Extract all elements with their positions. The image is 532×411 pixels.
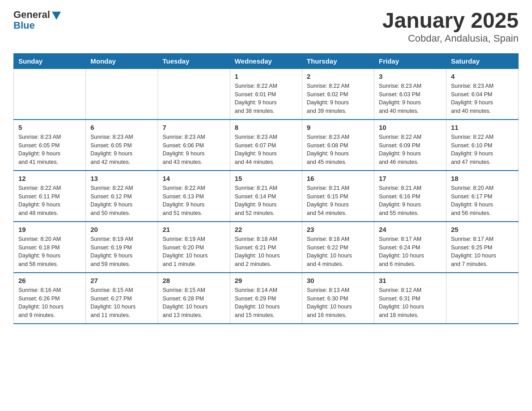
- day-number: 31: [379, 277, 442, 284]
- calendar-cell: [446, 273, 519, 324]
- day-info: Sunrise: 8:22 AM Sunset: 6:10 PM Dayligh…: [451, 133, 514, 167]
- day-info: Sunrise: 8:22 AM Sunset: 6:02 PM Dayligh…: [307, 82, 369, 116]
- week-row-3: 19Sunrise: 8:20 AM Sunset: 6:18 PM Dayli…: [14, 222, 519, 273]
- day-number: 2: [307, 73, 369, 80]
- day-info: Sunrise: 8:21 AM Sunset: 6:16 PM Dayligh…: [379, 184, 442, 218]
- day-number: 15: [235, 175, 297, 182]
- day-number: 22: [235, 226, 297, 233]
- calendar-cell: 11Sunrise: 8:22 AM Sunset: 6:10 PM Dayli…: [446, 120, 519, 171]
- day-info: Sunrise: 8:14 AM Sunset: 6:29 PM Dayligh…: [235, 286, 297, 320]
- day-info: Sunrise: 8:23 AM Sunset: 6:06 PM Dayligh…: [163, 133, 225, 167]
- header-row: SundayMondayTuesdayWednesdayThursdayFrid…: [14, 53, 519, 68]
- day-info: Sunrise: 8:21 AM Sunset: 6:15 PM Dayligh…: [307, 184, 369, 218]
- logo-general-text: General: [13, 9, 50, 21]
- day-number: 14: [163, 175, 225, 182]
- calendar-cell: 20Sunrise: 8:19 AM Sunset: 6:19 PM Dayli…: [86, 222, 158, 273]
- day-info: Sunrise: 8:18 AM Sunset: 6:21 PM Dayligh…: [235, 235, 297, 269]
- header-cell-sunday: Sunday: [14, 53, 86, 68]
- day-info: Sunrise: 8:23 AM Sunset: 6:03 PM Dayligh…: [379, 82, 442, 116]
- day-number: 26: [18, 277, 81, 284]
- calendar-cell: [158, 68, 230, 120]
- day-number: 24: [379, 226, 442, 233]
- title-block: January 2025 Cobdar, Andalusia, Spain: [382, 9, 519, 44]
- header-cell-monday: Monday: [86, 53, 158, 68]
- calendar-cell: 28Sunrise: 8:15 AM Sunset: 6:28 PM Dayli…: [158, 273, 230, 324]
- day-number: 5: [18, 124, 81, 131]
- calendar-cell: 16Sunrise: 8:21 AM Sunset: 6:15 PM Dayli…: [302, 171, 374, 222]
- calendar-cell: 2Sunrise: 8:22 AM Sunset: 6:02 PM Daylig…: [302, 68, 374, 120]
- day-info: Sunrise: 8:22 AM Sunset: 6:12 PM Dayligh…: [90, 184, 153, 218]
- calendar-cell: 15Sunrise: 8:21 AM Sunset: 6:14 PM Dayli…: [230, 171, 302, 222]
- calendar-cell: 13Sunrise: 8:22 AM Sunset: 6:12 PM Dayli…: [86, 171, 158, 222]
- calendar-cell: 24Sunrise: 8:17 AM Sunset: 6:24 PM Dayli…: [374, 222, 446, 273]
- day-info: Sunrise: 8:17 AM Sunset: 6:24 PM Dayligh…: [379, 235, 442, 269]
- calendar-cell: 21Sunrise: 8:19 AM Sunset: 6:20 PM Dayli…: [158, 222, 230, 273]
- header-cell-wednesday: Wednesday: [230, 53, 302, 68]
- calendar-cell: 9Sunrise: 8:23 AM Sunset: 6:08 PM Daylig…: [302, 120, 374, 171]
- day-number: 1: [235, 73, 297, 80]
- day-info: Sunrise: 8:15 AM Sunset: 6:28 PM Dayligh…: [163, 286, 225, 320]
- calendar-cell: 27Sunrise: 8:15 AM Sunset: 6:27 PM Dayli…: [86, 273, 158, 324]
- calendar-cell: [86, 68, 158, 120]
- day-info: Sunrise: 8:22 AM Sunset: 6:13 PM Dayligh…: [163, 184, 225, 218]
- day-number: 6: [90, 124, 153, 131]
- day-number: 9: [307, 124, 369, 131]
- day-info: Sunrise: 8:22 AM Sunset: 6:11 PM Dayligh…: [18, 184, 81, 218]
- day-number: 18: [451, 175, 514, 182]
- week-row-0: 1Sunrise: 8:22 AM Sunset: 6:01 PM Daylig…: [14, 68, 519, 120]
- day-info: Sunrise: 8:19 AM Sunset: 6:19 PM Dayligh…: [90, 235, 153, 269]
- day-info: Sunrise: 8:23 AM Sunset: 6:04 PM Dayligh…: [451, 82, 514, 116]
- header-cell-thursday: Thursday: [302, 53, 374, 68]
- day-number: 8: [235, 124, 297, 131]
- day-number: 27: [90, 277, 153, 284]
- day-info: Sunrise: 8:21 AM Sunset: 6:14 PM Dayligh…: [235, 184, 297, 218]
- day-info: Sunrise: 8:20 AM Sunset: 6:18 PM Dayligh…: [18, 235, 81, 269]
- day-info: Sunrise: 8:18 AM Sunset: 6:22 PM Dayligh…: [307, 235, 369, 269]
- calendar-cell: 23Sunrise: 8:18 AM Sunset: 6:22 PM Dayli…: [302, 222, 374, 273]
- calendar-cell: 30Sunrise: 8:13 AM Sunset: 6:30 PM Dayli…: [302, 273, 374, 324]
- day-number: 29: [235, 277, 297, 284]
- calendar-cell: 6Sunrise: 8:23 AM Sunset: 6:05 PM Daylig…: [86, 120, 158, 171]
- calendar-table: SundayMondayTuesdayWednesdayThursdayFrid…: [13, 53, 519, 324]
- week-row-1: 5Sunrise: 8:23 AM Sunset: 6:05 PM Daylig…: [14, 120, 519, 171]
- day-number: 20: [90, 226, 153, 233]
- calendar-cell: 26Sunrise: 8:16 AM Sunset: 6:26 PM Dayli…: [14, 273, 86, 324]
- day-number: 13: [90, 175, 153, 182]
- day-info: Sunrise: 8:17 AM Sunset: 6:25 PM Dayligh…: [451, 235, 514, 269]
- calendar-cell: 4Sunrise: 8:23 AM Sunset: 6:04 PM Daylig…: [446, 68, 519, 120]
- day-number: 30: [307, 277, 369, 284]
- day-number: 3: [379, 73, 442, 80]
- calendar-cell: 3Sunrise: 8:23 AM Sunset: 6:03 PM Daylig…: [374, 68, 446, 120]
- day-info: Sunrise: 8:23 AM Sunset: 6:05 PM Dayligh…: [90, 133, 153, 167]
- day-number: 19: [18, 226, 81, 233]
- calendar-cell: 10Sunrise: 8:22 AM Sunset: 6:09 PM Dayli…: [374, 120, 446, 171]
- calendar-cell: 22Sunrise: 8:18 AM Sunset: 6:21 PM Dayli…: [230, 222, 302, 273]
- day-number: 16: [307, 175, 369, 182]
- day-number: 23: [307, 226, 369, 233]
- calendar-cell: 18Sunrise: 8:20 AM Sunset: 6:17 PM Dayli…: [446, 171, 519, 222]
- logo-blue-text: Blue: [13, 20, 35, 31]
- day-number: 28: [163, 277, 225, 284]
- day-number: 10: [379, 124, 442, 131]
- day-info: Sunrise: 8:12 AM Sunset: 6:31 PM Dayligh…: [379, 286, 442, 320]
- calendar-header: SundayMondayTuesdayWednesdayThursdayFrid…: [14, 53, 519, 68]
- calendar-cell: [14, 68, 86, 120]
- logo-triangle-icon: [52, 12, 61, 20]
- calendar-cell: 14Sunrise: 8:22 AM Sunset: 6:13 PM Dayli…: [158, 171, 230, 222]
- calendar-cell: 31Sunrise: 8:12 AM Sunset: 6:31 PM Dayli…: [374, 273, 446, 324]
- page-header: General Blue January 2025 Cobdar, Andalu…: [13, 9, 519, 44]
- day-info: Sunrise: 8:20 AM Sunset: 6:17 PM Dayligh…: [451, 184, 514, 218]
- logo: General Blue: [13, 9, 61, 31]
- calendar-cell: 25Sunrise: 8:17 AM Sunset: 6:25 PM Dayli…: [446, 222, 519, 273]
- calendar-cell: 29Sunrise: 8:14 AM Sunset: 6:29 PM Dayli…: [230, 273, 302, 324]
- day-info: Sunrise: 8:22 AM Sunset: 6:01 PM Dayligh…: [235, 82, 297, 116]
- header-cell-saturday: Saturday: [446, 53, 519, 68]
- calendar-cell: 19Sunrise: 8:20 AM Sunset: 6:18 PM Dayli…: [14, 222, 86, 273]
- calendar-cell: 8Sunrise: 8:23 AM Sunset: 6:07 PM Daylig…: [230, 120, 302, 171]
- calendar-cell: 5Sunrise: 8:23 AM Sunset: 6:05 PM Daylig…: [14, 120, 86, 171]
- day-info: Sunrise: 8:22 AM Sunset: 6:09 PM Dayligh…: [379, 133, 442, 167]
- day-number: 25: [451, 226, 514, 233]
- day-number: 21: [163, 226, 225, 233]
- calendar-cell: 12Sunrise: 8:22 AM Sunset: 6:11 PM Dayli…: [14, 171, 86, 222]
- calendar-title: January 2025: [382, 9, 519, 33]
